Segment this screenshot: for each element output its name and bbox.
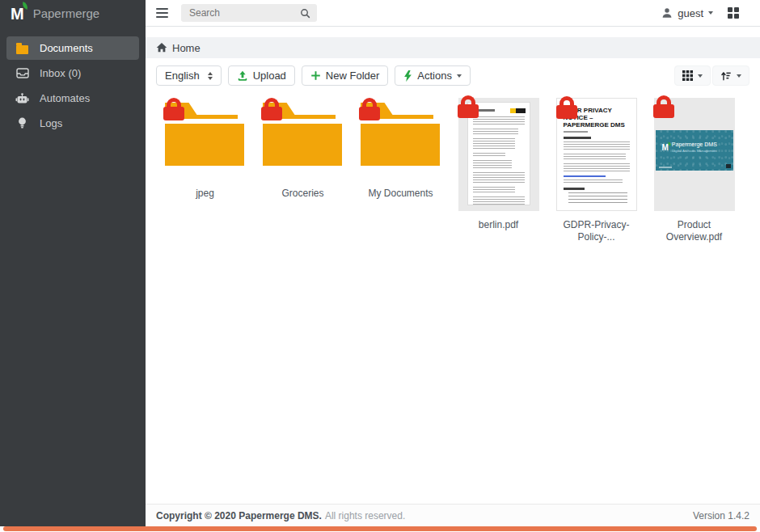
folder-icon [361, 103, 441, 166]
sort-dropdown[interactable] [712, 65, 749, 86]
folder-name: Groceries [281, 188, 323, 200]
chevron-down-icon [457, 74, 462, 78]
sidebar-nav: Documents Inbox (0) Automates [0, 36, 146, 135]
document-item[interactable]: berlin.pdf [450, 98, 547, 231]
view-mode-dropdown[interactable] [674, 65, 711, 86]
papermerge-logo-icon: M [662, 144, 669, 152]
folder-item[interactable]: My Documents [352, 98, 450, 200]
folder-icon [263, 103, 344, 166]
main-panel: guest Home English Upload [146, 0, 760, 526]
sidebar-item-label: Logs [40, 117, 62, 129]
user-icon [661, 7, 673, 19]
grid-view-icon [682, 70, 693, 81]
folder-icon [15, 43, 29, 54]
topbar: guest [146, 0, 760, 27]
view-controls [674, 65, 749, 86]
footer: Copyright © 2020 Papermerge DMS. All rig… [146, 504, 760, 526]
lightning-icon [403, 70, 412, 82]
document-item[interactable]: M Papermerge DMS Digital Archives Manage… [645, 98, 743, 243]
hamburger-menu-icon[interactable] [156, 8, 168, 18]
document-thumbnail [458, 98, 539, 211]
search-input[interactable] [188, 6, 295, 19]
sidebar-item-label: Automates [40, 92, 90, 104]
papermerge-logo-icon: M [11, 6, 23, 22]
bvg-logo [510, 108, 526, 113]
leaf-icon [21, 1, 29, 9]
upload-label: Upload [253, 70, 286, 82]
folder-icon [165, 103, 246, 166]
robot-icon [15, 93, 29, 104]
slide-subtitle: Digital Archives Management [672, 149, 717, 152]
document-name: Product Overview.pdf [648, 219, 741, 243]
lock-icon [457, 95, 479, 118]
chevron-down-icon [708, 11, 713, 15]
app-window: M Papermerge Documents Inbox (0) [0, 0, 760, 526]
breadcrumb-home[interactable]: Home [172, 42, 201, 54]
sidebar-item-label: Documents [40, 42, 93, 54]
actions-label: Actions [417, 70, 452, 82]
document-item[interactable]: GDPR PRIVACY NOTICE – PAPERMERGE DMS GDP… [547, 98, 645, 243]
copyright-text: Copyright © 2020 Papermerge DMS. [156, 510, 322, 521]
sidebar-item[interactable]: Inbox (0) [6, 61, 139, 85]
user-name: guest [678, 7, 703, 19]
select-arrows-icon [208, 72, 213, 80]
new-folder-label: New Folder [326, 70, 379, 82]
inbox-icon [15, 68, 29, 78]
topbar-right: guest [661, 7, 739, 19]
lock-icon [260, 98, 283, 120]
slide-title: Papermerge DMS [672, 141, 733, 148]
slide-preview: M Papermerge DMS Digital Archives Manage… [656, 130, 733, 171]
sidebar-item[interactable]: Documents [6, 36, 139, 60]
language-select[interactable]: English [156, 65, 222, 86]
search-box[interactable] [181, 4, 317, 22]
plus-icon [310, 70, 321, 81]
sort-icon [720, 70, 732, 82]
toolbar: English Upload New Folder A [156, 65, 749, 86]
lock-icon [652, 95, 675, 118]
upload-icon [237, 70, 248, 82]
sidebar-item[interactable]: Automates [6, 87, 139, 110]
actions-dropdown[interactable]: Actions [395, 65, 471, 86]
new-folder-button[interactable]: New Folder [302, 65, 388, 86]
lock-icon [358, 98, 381, 120]
chevron-down-icon [737, 74, 741, 78]
rights-text: All rights reserved. [325, 510, 405, 521]
lightbulb-icon [15, 117, 29, 129]
file-browser: jpeg Groceries My Documents [146, 86, 760, 504]
version-label: Version 1.4.2 [693, 510, 749, 521]
folder-name: jpeg [196, 188, 214, 200]
search-icon[interactable] [300, 8, 310, 19]
user-menu[interactable]: guest [661, 7, 713, 19]
app-title: Papermerge [33, 6, 100, 20]
folder-name: My Documents [368, 188, 433, 200]
lock-icon [555, 96, 578, 119]
upload-button[interactable]: Upload [228, 65, 295, 86]
lock-icon [163, 98, 185, 120]
document-thumbnail: GDPR PRIVACY NOTICE – PAPERMERGE DMS [556, 98, 637, 211]
folder-item[interactable]: Groceries [254, 98, 352, 200]
sidebar: M Papermerge Documents Inbox (0) [0, 0, 146, 526]
items-grid: jpeg Groceries My Documents [146, 98, 760, 243]
document-thumbnail: M Papermerge DMS Digital Archives Manage… [654, 98, 735, 211]
document-name: GDPR-Privacy-Policy-... [551, 219, 643, 243]
sidebar-item-label: Inbox (0) [40, 67, 81, 79]
document-name: berlin.pdf [479, 219, 518, 231]
apps-grid-icon[interactable] [728, 7, 739, 19]
home-icon [156, 42, 167, 53]
sidebar-item[interactable]: Logs [6, 112, 139, 135]
breadcrumb: Home [146, 37, 760, 58]
bottom-accent-bar [3, 526, 757, 531]
folder-item[interactable]: jpeg [156, 98, 254, 200]
language-selected: English [165, 70, 200, 82]
brand: M Papermerge [0, 0, 146, 27]
chevron-down-icon [698, 74, 703, 78]
